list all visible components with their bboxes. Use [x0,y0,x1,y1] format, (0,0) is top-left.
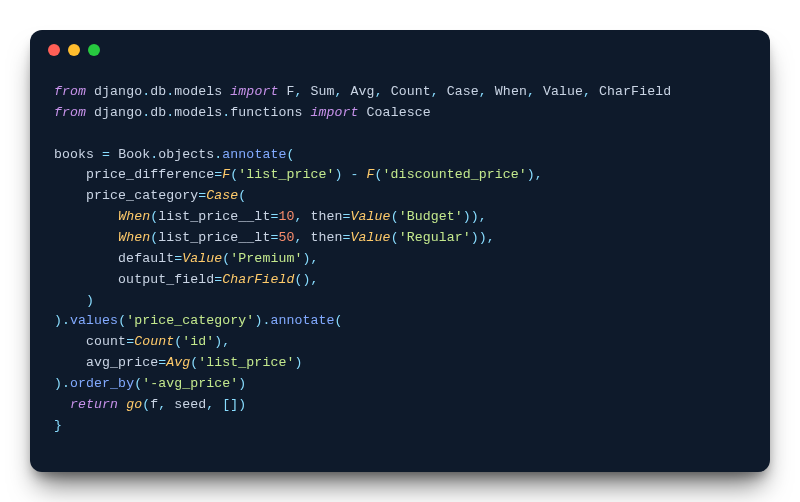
code-token: . [150,147,158,162]
code-line: avg_price=Avg('list_price') [54,353,746,374]
code-line [54,124,746,145]
code-token: )), [471,230,495,245]
code-token: ) [54,293,94,308]
code-token: Case [447,84,479,99]
code-token: order_by [70,376,134,391]
code-line: return go(f, seed, []) [54,395,746,416]
code-token: , [375,84,391,99]
code-token: default [54,251,174,266]
code-token: ( [335,313,343,328]
code-token: seed [174,397,206,412]
code-token: functions [230,105,310,120]
code-token: 10 [278,209,294,224]
code-token: django [94,84,142,99]
code-token: ) [335,167,351,182]
code-token: Sum [311,84,335,99]
code-token: Avg [166,355,190,370]
code-token: - [351,167,367,182]
code-token: count [54,334,126,349]
code-line: ).order_by('-avg_price') [54,374,746,395]
code-token: 50 [278,230,294,245]
code-token: = [102,147,118,162]
code-token: 'Premium' [230,251,302,266]
code-line: ) [54,291,746,312]
code-token: objects [158,147,214,162]
code-token: avg_price [54,355,158,370]
code-token: )), [463,209,487,224]
code-token: . [142,105,150,120]
code-token: ( [134,376,142,391]
code-token: ( [118,313,126,328]
code-token: output_field [54,272,214,287]
code-token [54,209,118,224]
code-token: Count [134,334,174,349]
code-token: django [94,105,142,120]
code-token: ) [294,355,302,370]
code-token: list_price__lt [158,209,270,224]
code-token: 'price_category' [126,313,254,328]
code-token: Case [206,188,238,203]
code-line: from django.db.models import F, Sum, Avg… [54,82,746,103]
code-token: ( [286,147,294,162]
code-token: from [54,84,94,99]
code-window: from django.db.models import F, Sum, Avg… [30,30,770,472]
code-token: Value [182,251,222,266]
code-token: ( [375,167,383,182]
code-token: ( [391,209,399,224]
code-token: db [150,84,166,99]
code-token: list_price__lt [158,230,270,245]
code-token: , [583,84,599,99]
code-token: . [142,84,150,99]
code-token: models [174,105,222,120]
code-line: ).values('price_category').annotate( [54,311,746,332]
code-token: } [54,418,62,433]
code-token: Coalesce [367,105,431,120]
titlebar [30,30,770,70]
code-token: When [495,84,527,99]
code-token: '-avg_price' [142,376,238,391]
code-token: ( [150,209,158,224]
code-token: 'id' [182,334,214,349]
code-token: When [118,230,150,245]
code-token: (), [294,272,318,287]
code-token: values [70,313,118,328]
code-token: ( [238,188,246,203]
code-token: = [343,230,351,245]
code-token: CharField [222,272,294,287]
code-token: = [158,355,166,370]
code-line: output_field=CharField(), [54,270,746,291]
close-icon[interactable] [48,44,60,56]
code-token: = [343,209,351,224]
code-token: 'Budget' [399,209,463,224]
code-token: go [126,397,142,412]
code-token: ( [150,230,158,245]
code-line: When(list_price__lt=50, then=Value('Regu… [54,228,746,249]
code-token: price_category [54,188,198,203]
code-token: Value [351,209,391,224]
code-token: Value [543,84,583,99]
zoom-icon[interactable] [88,44,100,56]
code-line: } [54,416,746,437]
code-token: , [527,84,543,99]
code-token: . [62,376,70,391]
code-token: annotate [270,313,334,328]
code-token: ) [54,313,62,328]
code-token: 'list_price' [198,355,294,370]
code-token: 'list_price' [238,167,334,182]
code-token: , [479,84,495,99]
code-token: . [62,313,70,328]
code-token [54,397,70,412]
code-line: price_difference=F('list_price') - F('di… [54,165,746,186]
code-token: 'discounted_price' [383,167,527,182]
code-token: Count [391,84,431,99]
code-token: models [174,84,230,99]
code-token: Value [351,230,391,245]
code-area: from django.db.models import F, Sum, Avg… [30,70,770,461]
code-token: ), [214,334,230,349]
code-line: from django.db.models.functions import C… [54,103,746,124]
code-token: ), [527,167,543,182]
minimize-icon[interactable] [68,44,80,56]
code-token: ) [238,397,246,412]
code-token: , [335,84,351,99]
code-token: = [126,334,134,349]
